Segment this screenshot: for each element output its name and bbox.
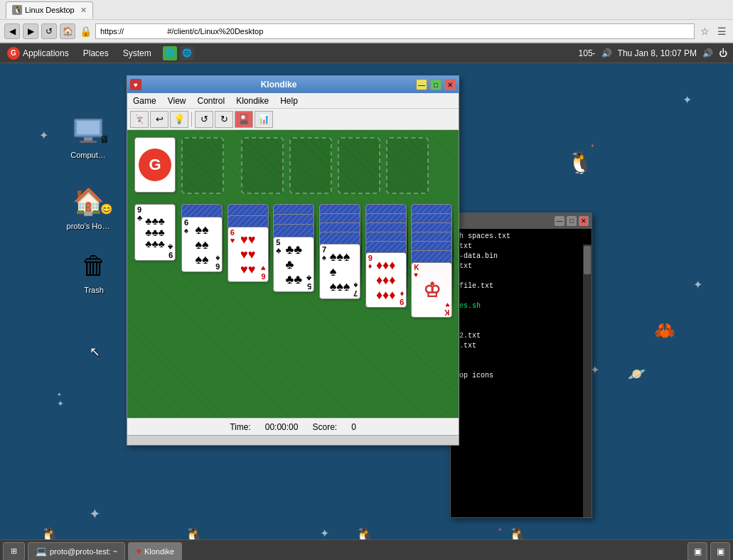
- terminal-line: th spaces.txt: [455, 232, 580, 242]
- star-icon[interactable]: ☆: [697, 24, 712, 38]
- card-rank-tl: 6♠: [184, 219, 188, 235]
- new-game-button[interactable]: 🃏: [130, 111, 149, 128]
- system-menu[interactable]: System: [116, 43, 159, 63]
- undo-button[interactable]: ↺: [195, 111, 213, 128]
- minimize-button[interactable]: —: [416, 79, 427, 90]
- foundation-3[interactable]: [338, 137, 380, 194]
- card-5c[interactable]: 5♣ ♣♣♣♣♣ 5♣: [273, 237, 314, 292]
- desktop-switcher[interactable]: ⊞: [3, 542, 25, 561]
- computer-icon-label: Comput…: [70, 151, 106, 159]
- terminal-line: .txt: [455, 262, 580, 271]
- terminal-icon: 💻: [36, 546, 47, 556]
- home-icon-label: proto's Ho…: [67, 222, 110, 230]
- top-taskbar: G Applications Places System 🌐 🌐 105- 🔊 …: [0, 43, 733, 63]
- saturn-decoration: 🪐: [628, 365, 646, 382]
- card-kh[interactable]: K♥ ♔ K♥: [411, 262, 452, 318]
- terminal-body: th spaces.txt .txt m-data.bin .txt -file…: [451, 229, 592, 517]
- klondike-scrollbar[interactable]: [127, 435, 459, 445]
- foundation-1[interactable]: [241, 137, 284, 194]
- terminal-line: [455, 351, 580, 361]
- places-menu[interactable]: Places: [76, 43, 116, 63]
- terminal-line: t2.txt: [455, 331, 580, 341]
- card-center-suit: ♣♣♣♣♣♣♣♣♣: [145, 215, 165, 249]
- terminal-line: m-data.bin: [455, 252, 580, 262]
- datetime: Thu Jan 8, 10:07 PM: [618, 48, 697, 58]
- klondike-taskbar-btn[interactable]: ♥ Klondike: [128, 542, 182, 561]
- maximize-button[interactable]: □: [430, 79, 442, 90]
- browser-tab[interactable]: 🐧 Linux Desktop ✕: [6, 1, 93, 18]
- terminal-titlebar[interactable]: — □ ✕: [451, 213, 592, 229]
- bottom-taskbar: ⊞ 💻 proto@proto-test: ~ ♥ Klondike ▣ ▣: [0, 539, 733, 560]
- card-6h[interactable]: 6♥ ♥♥♥♥♥♥ 6♥: [228, 227, 269, 282]
- hint-button[interactable]: 💡: [170, 111, 188, 128]
- klondike-menu[interactable]: Klondike: [230, 93, 274, 109]
- terminal-line: [455, 321, 580, 331]
- waste-pile[interactable]: [181, 137, 224, 194]
- card-6s[interactable]: 6♠ ♠♠♠♠♠♠ 6♠: [181, 217, 223, 272]
- redo-button[interactable]: ↻: [215, 111, 233, 128]
- trash-desktop-icon[interactable]: 🗑 Trash: [68, 246, 119, 297]
- taskbar-applets: 🌐 🌐: [163, 46, 194, 60]
- card-rank-br: 9♦: [400, 290, 404, 306]
- tab-close-button[interactable]: ✕: [80, 6, 87, 15]
- klondike-titlebar[interactable]: ♥ Klondike — □ ✕: [127, 76, 459, 93]
- klondike-window: ♥ Klondike — □ ✕ Game View Control Klond…: [127, 75, 459, 446]
- card-rank-tl: 5♣: [276, 239, 281, 254]
- browser-titlebar: 🐧 Linux Desktop ✕: [0, 0, 733, 20]
- terminal-scrollbar[interactable]: [583, 244, 592, 517]
- tableau-col-2: 6♠ ♠♠♠♠♠♠ 6♠: [181, 204, 222, 296]
- refresh-button[interactable]: ↺: [41, 23, 57, 39]
- klondike-game-area[interactable]: G 9♣ ♣♣♣♣♣♣♣♣♣: [127, 130, 459, 418]
- tableau-col-7: K♥ ♔ K♥: [411, 204, 451, 382]
- card-9d[interactable]: 9♦ ♦♦♦♦♦♦♦♦♦ 9♦: [365, 252, 407, 308]
- svg-rect-1: [77, 121, 100, 134]
- terminal-minimize[interactable]: —: [555, 216, 565, 226]
- workspace-btn-1[interactable]: ▣: [687, 542, 707, 561]
- computer-desktop-icon[interactable]: Comput… 🖥: [63, 111, 114, 162]
- terminal-line: -file.txt: [455, 281, 580, 291]
- penguin-decoration: 🐧: [567, 150, 593, 175]
- network-icon: 🌐: [163, 46, 177, 60]
- card-7s[interactable]: 7♠ ♠♠♠♠♠♠♠ 7♠: [319, 244, 360, 299]
- workspace-btn-2[interactable]: ▣: [710, 542, 730, 561]
- terminal-maximize[interactable]: □: [567, 216, 577, 226]
- star-decoration: ✦: [498, 527, 503, 533]
- trash-icon-image: 🗑: [77, 249, 111, 283]
- browser-applet-icon: 🌐: [180, 46, 194, 60]
- trash-icon-label: Trash: [84, 286, 104, 294]
- svg-rect-3: [80, 141, 97, 143]
- terminal-content[interactable]: th spaces.txt .txt m-data.bin .txt -file…: [451, 229, 592, 517]
- foundation-4[interactable]: [386, 137, 429, 194]
- address-bar[interactable]: [95, 23, 695, 39]
- klondike-icon: ♥: [136, 546, 141, 556]
- undo-back-button[interactable]: ↩: [150, 111, 168, 128]
- help-menu[interactable]: Help: [274, 93, 304, 109]
- stock-pile[interactable]: G: [134, 137, 176, 193]
- card-rank-br: 6♥: [261, 264, 266, 280]
- view-menu[interactable]: View: [162, 93, 192, 109]
- menu-icon[interactable]: ☰: [715, 24, 729, 38]
- close-button[interactable]: ✕: [444, 79, 456, 90]
- score-value: 0: [351, 422, 356, 432]
- star-decoration: ✦: [320, 527, 329, 540]
- deal-button[interactable]: 🎴: [235, 111, 253, 128]
- time-value: 00:00:00: [265, 422, 299, 432]
- score-button[interactable]: 📊: [255, 111, 273, 128]
- control-menu[interactable]: Control: [191, 93, 230, 109]
- terminal-taskbar-btn[interactable]: 💻 proto@proto-test: ~: [28, 542, 125, 561]
- klondike-toolbar: 🃏 ↩ 💡 ↺ ↻ 🎴 📊: [127, 109, 459, 130]
- game-menu[interactable]: Game: [127, 93, 162, 109]
- foundation-2[interactable]: [289, 137, 332, 194]
- forward-button[interactable]: ▶: [23, 23, 38, 39]
- terminal-close[interactable]: ✕: [579, 216, 589, 226]
- back-button[interactable]: ◀: [4, 23, 20, 39]
- crab-decoration: 🦀: [654, 321, 675, 340]
- tableau-row: 9♣ ♣♣♣♣♣♣♣♣♣ 9♣ 6♠ ♠♠♠♠♠♠ 6♠: [134, 204, 451, 382]
- home-button[interactable]: 🏠: [60, 23, 75, 39]
- applications-menu[interactable]: G Applications: [0, 43, 76, 63]
- terminal-line: top icons: [455, 371, 580, 381]
- card-9c[interactable]: 9♣ ♣♣♣♣♣♣♣♣♣ 9♣: [134, 204, 176, 261]
- tableau-col-1: 9♣ ♣♣♣♣♣♣♣♣♣ 9♣: [134, 204, 176, 275]
- star-decoration: ✦: [683, 93, 692, 107]
- home-desktop-icon[interactable]: 🏠 proto's Ho… 😊: [63, 182, 114, 233]
